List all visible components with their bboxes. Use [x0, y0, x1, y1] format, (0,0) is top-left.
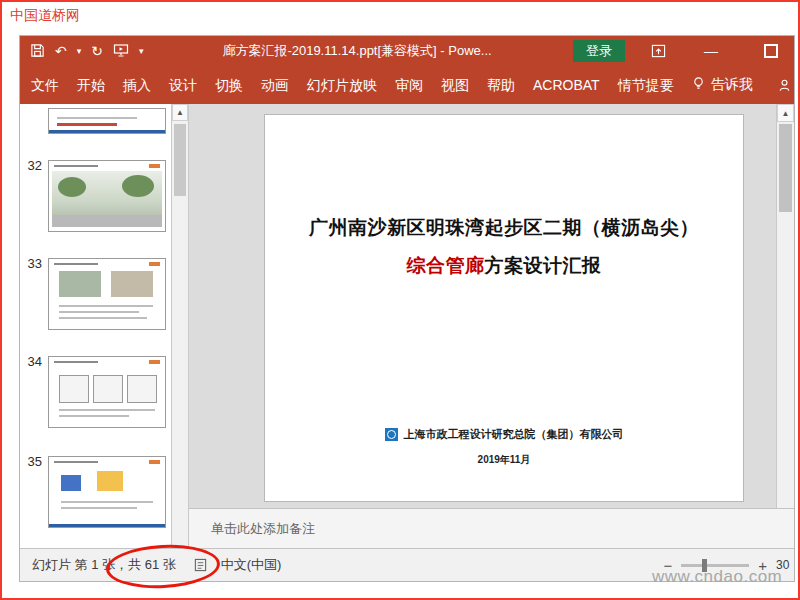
thumbnail-graphic	[59, 311, 139, 313]
thumbnail-graphic	[59, 271, 101, 297]
slide-counter-total: 共 61 张	[128, 556, 176, 574]
thumbnail-graphic	[149, 360, 160, 364]
quick-access-toolbar: ↶ ▾ ↻ ▾	[20, 36, 144, 66]
tab-file[interactable]: 文件	[22, 66, 68, 104]
slide-number-label: 35	[22, 454, 42, 469]
thumbnail-scrollbar-thumb[interactable]	[174, 124, 186, 196]
tab-transitions[interactable]: 切换	[206, 66, 252, 104]
save-icon[interactable]	[30, 43, 45, 60]
spellcheck-icon[interactable]	[194, 558, 207, 572]
tab-acrobat[interactable]: ACROBAT	[524, 66, 609, 104]
tab-slideshow[interactable]: 幻灯片放映	[298, 66, 386, 104]
thumbnail-scrollbar[interactable]: ▲	[172, 104, 189, 548]
thumbnail-graphic	[59, 375, 89, 403]
scroll-up-icon[interactable]: ▲	[777, 104, 794, 122]
window-title: 廊方案汇报-2019.11.14.ppt[兼容模式] - Powe...	[140, 36, 574, 66]
share-person-icon[interactable]	[777, 78, 792, 93]
slide-date[interactable]: 2019年11月	[265, 453, 743, 467]
tab-view[interactable]: 视图	[432, 66, 478, 104]
thumbnail-graphic	[149, 262, 160, 266]
slide-area-scrollbar[interactable]: ▲	[776, 104, 794, 508]
scroll-up-icon[interactable]: ▲	[172, 104, 188, 121]
thumbnail-panel: 32 33	[20, 104, 172, 548]
thumbnail-graphic	[59, 305, 153, 307]
thumbnail-graphic	[61, 507, 137, 509]
redo-icon[interactable]: ↻	[91, 44, 103, 58]
ribbon-tab-bar: 文件 开始 插入 设计 切换 动画 幻灯片放映 审阅 视图 帮助 ACROBAT…	[20, 66, 794, 104]
thumbnail-graphic	[54, 361, 98, 363]
undo-icon[interactable]: ↶	[55, 44, 67, 58]
notes-placeholder: 单击此处添加备注	[211, 520, 315, 538]
slide-number-label: 33	[22, 256, 42, 271]
tab-help[interactable]: 帮助	[478, 66, 524, 104]
thumbnail-graphic	[149, 164, 160, 168]
thumbnail-graphic	[54, 461, 98, 463]
title-bar: ↶ ▾ ↻ ▾ 廊方案汇报-2019.11.14.ppt[兼容模式] - Pow…	[20, 36, 794, 66]
slide-canvas: 广州南沙新区明珠湾起步区二期（横沥岛尖） 综合管廊方案设计汇报 上海市政工程设计…	[189, 104, 776, 508]
thumbnail-photo	[52, 171, 162, 227]
slide-scrollbar-thumb[interactable]	[779, 124, 792, 212]
slide-thumbnail-partial[interactable]	[48, 108, 166, 134]
company-line[interactable]: 上海市政工程设计研究总院（集团）有限公司	[265, 427, 743, 442]
notes-pane[interactable]: 单击此处添加备注	[189, 508, 794, 548]
tell-me-label: 告诉我	[711, 76, 753, 94]
slide-counter-prefix: 幻灯片 第 1 张，	[32, 556, 128, 574]
thumbnail-graphic	[111, 271, 153, 297]
slideshow-icon[interactable]	[113, 43, 129, 59]
thumbnail-graphic	[49, 130, 165, 133]
minimize-button[interactable]: —	[704, 44, 718, 58]
tab-design[interactable]: 设计	[160, 66, 206, 104]
thumbnail-graphic	[49, 524, 165, 527]
thumbnail-graphic	[57, 117, 137, 119]
slide-thumbnail-35[interactable]	[48, 456, 166, 528]
undo-caret-icon[interactable]: ▾	[77, 47, 82, 56]
ribbon-display-options-icon[interactable]	[651, 44, 666, 58]
slide-thumbnail-34[interactable]	[48, 356, 166, 428]
thumbnail-graphic	[61, 501, 153, 503]
tab-animations[interactable]: 动画	[252, 66, 298, 104]
thumbnail-graphic	[127, 375, 157, 403]
thumbnail-graphic	[149, 460, 160, 464]
thumbnail-graphic	[52, 215, 162, 227]
slide-thumbnail-33[interactable]	[48, 258, 166, 330]
tab-home[interactable]: 开始	[68, 66, 114, 104]
thumbnail-graphic	[59, 415, 129, 417]
slide-title-black-part: 方案设计汇报	[485, 255, 602, 276]
login-button[interactable]: 登录	[573, 40, 625, 62]
lightbulb-icon	[692, 76, 705, 94]
watermark-bottom: www.cndao.com	[652, 567, 782, 587]
slide-title-line2[interactable]: 综合管廊方案设计汇报	[265, 253, 743, 279]
thumbnail-graphic	[57, 123, 117, 126]
content-area: 32 33	[20, 104, 794, 548]
slide-title-red-part: 综合管廊	[407, 255, 485, 276]
tab-storyboard[interactable]: 情节提要	[609, 66, 683, 104]
title-bar-controls: 登录 —	[573, 36, 794, 66]
powerpoint-window: ↶ ▾ ↻ ▾ 廊方案汇报-2019.11.14.ppt[兼容模式] - Pow…	[20, 36, 794, 581]
slide-thumbnail-32[interactable]	[48, 160, 166, 232]
thumbnail-graphic	[93, 375, 123, 403]
company-name: 上海市政工程设计研究总院（集团）有限公司	[404, 427, 624, 442]
thumbnail-graphic	[59, 409, 155, 411]
slide-number-label: 32	[22, 158, 42, 173]
maximize-button[interactable]	[764, 44, 778, 58]
thumbnail-graphic	[54, 165, 98, 167]
language-indicator[interactable]: 中文(中国)	[221, 556, 282, 574]
thumbnail-graphic	[122, 175, 154, 197]
screenshot-frame: 中国道桥网 ↶ ▾ ↻ ▾ 廊方案汇报-2019.11.14.ppt[兼容模式]…	[0, 0, 800, 600]
watermark-top: 中国道桥网	[10, 7, 80, 25]
tell-me-box[interactable]: 告诉我	[683, 76, 762, 94]
slide-1[interactable]: 广州南沙新区明珠湾起步区二期（横沥岛尖） 综合管廊方案设计汇报 上海市政工程设计…	[264, 114, 744, 502]
thumbnail-graphic	[97, 471, 123, 491]
thumbnail-graphic	[61, 475, 81, 491]
slide-title-line1[interactable]: 广州南沙新区明珠湾起步区二期（横沥岛尖）	[265, 215, 743, 241]
thumbnail-graphic	[54, 263, 98, 265]
status-left: 幻灯片 第 1 张， 共 61 张 中文(中国)	[20, 549, 281, 581]
thumbnail-graphic	[59, 317, 147, 319]
tab-review[interactable]: 审阅	[386, 66, 432, 104]
tab-insert[interactable]: 插入	[114, 66, 160, 104]
thumbnail-graphic	[58, 177, 86, 197]
company-logo-icon	[385, 428, 398, 441]
slide-number-label: 34	[22, 354, 42, 369]
